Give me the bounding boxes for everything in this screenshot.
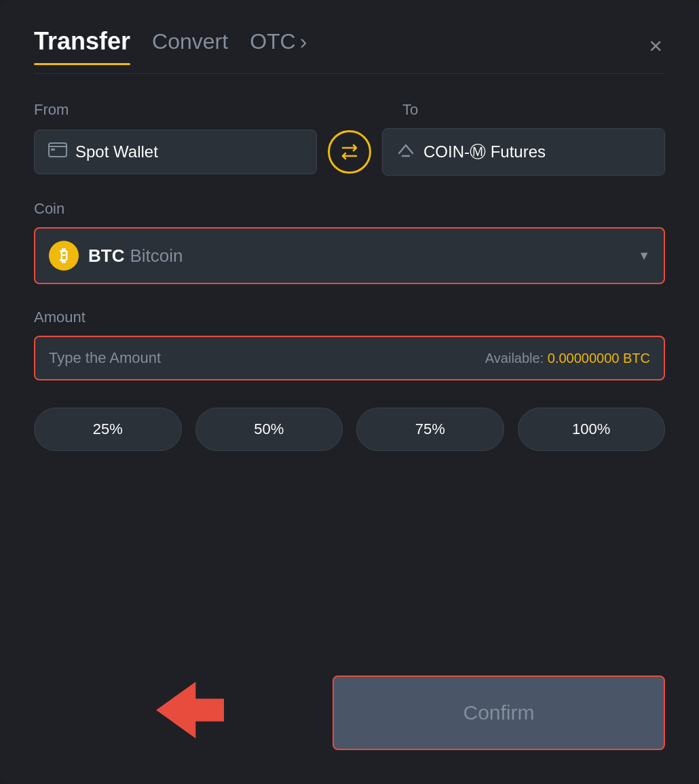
percent-50-button[interactable]: 50% [195,408,343,451]
coin-fullname: Bitcoin [130,246,183,267]
wallet-icon [48,142,67,161]
close-button[interactable]: × [646,31,665,60]
percent-row: 25% 50% 75% 100% [34,408,665,451]
from-to-section: From To Spot Wallet [34,101,665,176]
tab-transfer[interactable]: Transfer [34,27,130,64]
arrow-indicator [156,680,224,743]
bottom-area: Confirm [34,662,665,750]
amount-section: Amount Available: 0.00000000 BTC [34,309,665,380]
coin-section: Coin ₿ BTC Bitcoin ▼ [34,200,665,284]
header-divider [34,73,665,74]
coin-symbol: BTC [88,246,124,267]
otc-arrow-icon: › [300,29,307,54]
from-wallet-name: Spot Wallet [75,142,158,161]
confirm-button[interactable]: Confirm [333,675,665,750]
tab-otc[interactable]: OTC › [250,29,307,62]
to-wallet-name: COIN-Ⓜ Futures [423,141,546,163]
modal-header: Transfer Convert OTC › × [34,27,665,64]
swap-button[interactable] [328,130,371,174]
from-to-labels: From To [34,101,665,119]
svg-rect-2 [51,149,55,151]
from-to-row: Spot Wallet COIN-Ⓜ Futures [34,128,665,176]
amount-input-box: Available: 0.00000000 BTC [34,336,665,380]
percent-100-button[interactable]: 100% [518,408,666,451]
coin-label: Coin [34,200,665,218]
from-wallet-selector[interactable]: Spot Wallet [34,130,317,174]
futures-icon [396,141,415,163]
to-wallet-selector[interactable]: COIN-Ⓜ Futures [382,128,665,176]
to-label: To [402,101,665,119]
transfer-modal: Transfer Convert OTC › × From To [0,0,699,784]
coin-selector[interactable]: ₿ BTC Bitcoin ▼ [34,227,665,284]
svg-marker-3 [156,682,224,738]
tab-convert[interactable]: Convert [152,29,228,62]
percent-25-button[interactable]: 25% [34,408,182,451]
chevron-down-icon: ▼ [638,249,650,263]
percent-75-button[interactable]: 75% [356,408,504,451]
amount-label: Amount [34,309,665,326]
from-label: From [34,101,297,119]
available-label: Available: 0.00000000 BTC [485,351,650,366]
amount-input[interactable] [49,349,485,367]
available-amount: 0.00000000 BTC [548,351,650,366]
btc-icon: ₿ [49,241,79,271]
